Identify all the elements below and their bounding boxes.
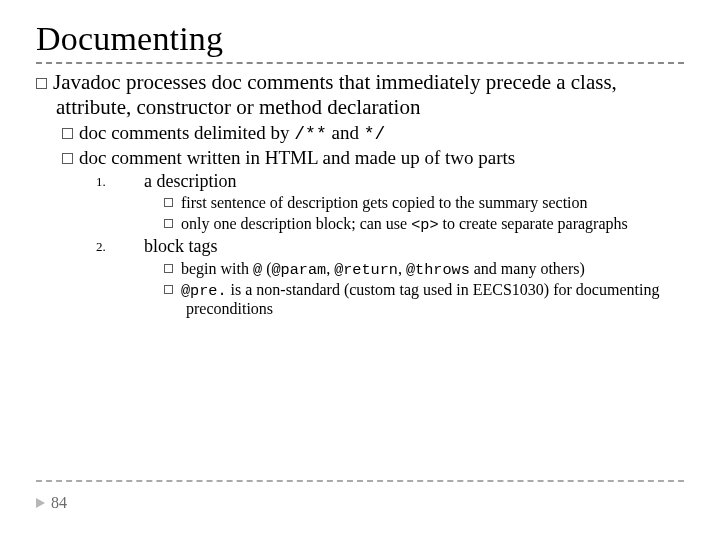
- bullet-level4: begin with @ (@param, @return, @throws a…: [164, 260, 684, 279]
- numbered-item: 1.a description: [118, 171, 684, 192]
- bullet-text: and: [327, 122, 364, 143]
- bullet-text: first sentence of description gets copie…: [181, 194, 588, 211]
- bullet-text: ,: [398, 260, 406, 277]
- title-divider: [36, 62, 684, 64]
- code-text: @param: [271, 261, 326, 279]
- square-bullet-icon: [62, 128, 73, 139]
- square-bullet-icon: [36, 78, 47, 89]
- bullet-text: is a non-standard (custom tag used in EE…: [186, 281, 659, 317]
- code-text: @return: [334, 261, 398, 279]
- bullet-text: and many others): [470, 260, 585, 277]
- footer-divider: [36, 480, 684, 482]
- square-bullet-icon: [164, 264, 173, 273]
- code-text: <p>: [411, 216, 438, 234]
- slide: Documenting Javadoc processes doc commen…: [0, 0, 720, 540]
- code-text: @pre.: [181, 282, 227, 300]
- bullet-text: a description: [144, 171, 236, 191]
- square-bullet-icon: [164, 285, 173, 294]
- bullet-text: doc comment written in HTML and made up …: [79, 147, 515, 168]
- bullet-level2: doc comment written in HTML and made up …: [62, 147, 684, 169]
- bullet-text: doc comments delimited by: [79, 122, 294, 143]
- bullet-text: to create separate paragraphs: [439, 215, 628, 232]
- square-bullet-icon: [62, 153, 73, 164]
- bullet-level2: doc comments delimited by /** and */: [62, 122, 684, 145]
- code-text: /**: [294, 124, 326, 144]
- footer: 84: [36, 494, 67, 512]
- numbered-item: 2.block tags: [118, 236, 684, 257]
- bullet-level1: Javadoc processes doc comments that imme…: [36, 70, 684, 120]
- bullet-level4: @pre. is a non-standard (custom tag used…: [164, 281, 684, 319]
- slide-title: Documenting: [36, 20, 684, 58]
- bullet-text: ,: [326, 260, 334, 277]
- bullet-level4: only one description block; can use <p> …: [164, 215, 684, 234]
- list-number: 2.: [118, 239, 134, 254]
- code-text: @: [253, 261, 262, 279]
- list-number: 1.: [118, 174, 134, 189]
- slide-number: 84: [51, 494, 67, 512]
- square-bullet-icon: [164, 219, 173, 228]
- bullet-text: Javadoc processes doc comments that imme…: [53, 70, 617, 119]
- bullet-text: block tags: [144, 236, 218, 256]
- code-text: */: [364, 124, 386, 144]
- bullet-text: begin with: [181, 260, 253, 277]
- bullet-text: only one description block; can use: [181, 215, 411, 232]
- arrow-right-icon: [36, 498, 45, 508]
- square-bullet-icon: [164, 198, 173, 207]
- bullet-level4: first sentence of description gets copie…: [164, 194, 684, 212]
- code-text: @throws: [406, 261, 470, 279]
